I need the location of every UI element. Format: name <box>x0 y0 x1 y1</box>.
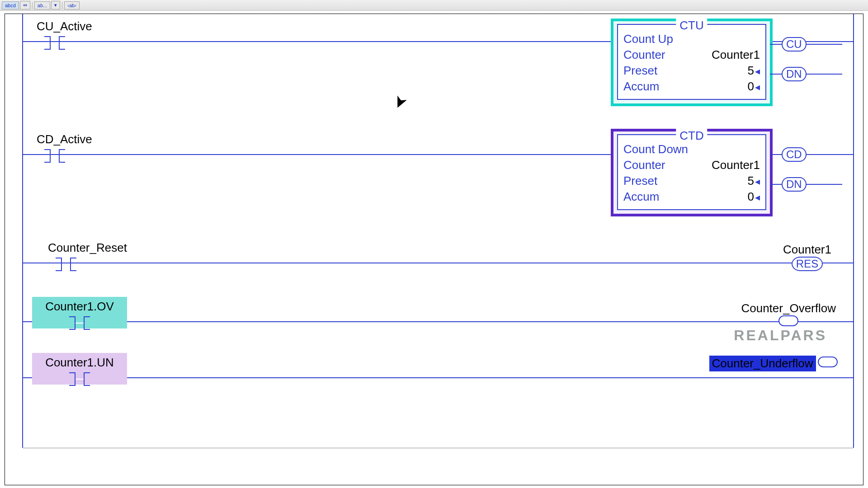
contact-bracket-right-icon <box>84 316 90 330</box>
toolbar-separator <box>62 2 62 9</box>
contact-counter1-ov[interactable]: Counter1.OV <box>32 297 127 328</box>
instr-accum-label: Accum <box>623 189 659 205</box>
toolbar: abcd ⇔ ab... ▾ ‹ab› <box>0 0 868 11</box>
contact-cd-active[interactable]: CD_Active <box>37 132 73 164</box>
contact-label: CD_Active <box>37 132 73 146</box>
contact-bracket-left-icon <box>56 258 62 271</box>
res-coil[interactable]: Counter1 RES <box>783 243 831 271</box>
ctd-instruction[interactable]: CTD Count Down CounterCounter1 Preset5◂ … <box>611 129 773 216</box>
toolbar-separator <box>32 2 33 9</box>
contact-bracket-left-icon <box>69 372 75 386</box>
toolbar-btn-ab[interactable]: ab... <box>34 1 50 9</box>
instr-title-abbrev: CTD <box>676 129 707 143</box>
coil-icon <box>818 357 838 367</box>
rung-2[interactable]: Counter_Reset Counter1 RES <box>5 226 863 285</box>
contact-bracket-left-icon <box>44 36 51 50</box>
contact-bracket-right-icon <box>70 258 76 271</box>
contact-bracket-right-icon <box>59 149 65 163</box>
instr-accum-val[interactable]: 0 <box>748 80 754 93</box>
ctu-instruction[interactable]: CTU Count Up CounterCounter1 Preset5◂ Ac… <box>611 19 773 106</box>
contact-bracket-left-icon <box>69 316 75 330</box>
instr-counter-val[interactable]: Counter1 <box>712 47 760 63</box>
contact-label: Counter_Reset <box>48 241 84 255</box>
contact-cu-active[interactable]: CU_Active <box>37 19 73 51</box>
toolbar-btn-abcd[interactable]: abcd <box>2 1 19 9</box>
instr-title-abbrev: CTU <box>676 19 707 33</box>
instr-counter-val[interactable]: Counter1 <box>712 157 760 173</box>
instr-preset-val[interactable]: 5 <box>748 64 754 77</box>
overflow-coil[interactable]: Counter_Overflow <box>741 301 836 328</box>
rung-wire <box>23 263 853 263</box>
instr-name: Count Up <box>623 31 673 47</box>
coil-tag: Counter_Overflow <box>741 301 836 315</box>
contact-counter-reset[interactable]: Counter_Reset <box>48 241 84 272</box>
rung-1[interactable]: CD_Active CTD Count Down CounterCounter1… <box>5 118 863 226</box>
coil-icon <box>778 315 798 326</box>
instr-accum-val[interactable]: 0 <box>748 190 754 203</box>
rung-0[interactable]: CU_Active CTU Count Up CounterCounter1 P… <box>5 14 863 118</box>
instr-counter-label: Counter <box>623 47 665 63</box>
instr-counter-label: Counter <box>623 157 665 173</box>
instr-name: Count Down <box>623 141 688 157</box>
instr-preset-label: Preset <box>623 63 657 79</box>
rung-wire <box>23 321 853 322</box>
contact-bracket-left-icon <box>44 149 51 163</box>
contact-bracket-right-icon <box>84 372 90 386</box>
contact-counter1-un[interactable]: Counter1.UN <box>32 353 127 385</box>
toolbar-btn-tag[interactable]: ‹ab› <box>64 1 80 9</box>
res-coil-text: RES <box>792 257 823 271</box>
output-dn-coil: DN <box>782 67 807 81</box>
contact-label: Counter1.UN <box>37 356 123 370</box>
output-dn-coil: DN <box>782 177 807 192</box>
coil-tag-selected[interactable]: Counter_Underflow <box>709 356 816 371</box>
contact-bracket-right-icon <box>59 36 65 50</box>
output-cu-coil: CU <box>782 37 807 52</box>
rung-4[interactable]: Counter1.UN Counter_Underflow <box>5 344 863 412</box>
watermark: REALPARS <box>734 327 827 344</box>
toolbar-dropdown-icon[interactable]: ▾ <box>51 1 60 9</box>
rung-wire <box>23 377 853 378</box>
toolbar-btn-arrows[interactable]: ⇔ <box>20 1 30 9</box>
output-cd-coil: CD <box>782 147 807 162</box>
end-divider <box>23 448 853 448</box>
coil-tag: Counter1 <box>783 243 831 257</box>
ladder-editor[interactable]: CU_Active CTU Count Up CounterCounter1 P… <box>5 14 863 485</box>
instr-preset-val[interactable]: 5 <box>748 174 754 188</box>
underflow-coil[interactable]: Counter_Underflow <box>709 356 838 371</box>
contact-label: CU_Active <box>37 19 73 33</box>
contact-label: Counter1.OV <box>37 300 123 314</box>
instr-accum-label: Accum <box>623 79 659 94</box>
instr-preset-label: Preset <box>623 173 657 189</box>
